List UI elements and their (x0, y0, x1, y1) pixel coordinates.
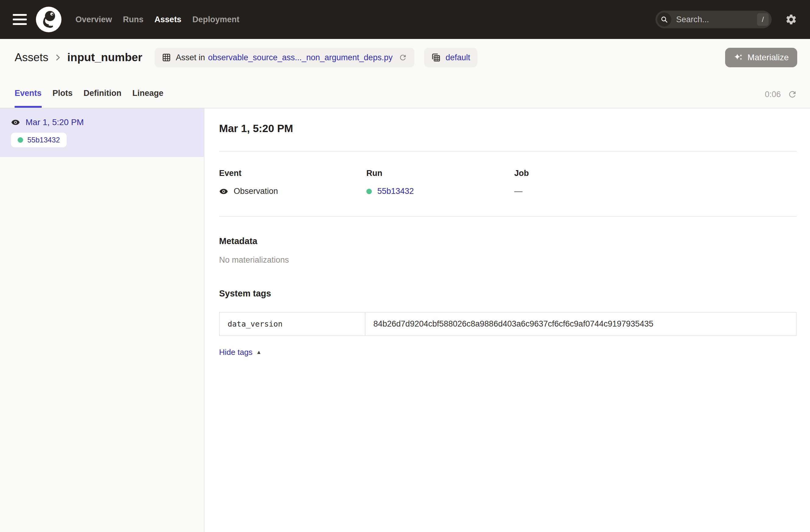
tag-value-cell: 84b26d7d9204cbf588026c8a9886d403a6c9637c… (366, 312, 796, 335)
run-id-link[interactable]: 55b13432 (377, 187, 414, 196)
code-location-label: default (446, 53, 470, 62)
nav-item-deployment[interactable]: Deployment (192, 15, 240, 25)
event-column: Event Observation (219, 168, 366, 196)
run-id-label: 55b13432 (27, 136, 60, 144)
search-icon (657, 13, 671, 27)
search-shortcut-badge: / (757, 13, 768, 26)
primary-nav: Overview Runs Assets Deployment (76, 15, 240, 25)
metadata-empty-text: No materializations (219, 255, 797, 265)
asset-pill-prefix: Asset in (176, 53, 205, 62)
run-status-dot (18, 137, 23, 143)
tab-events[interactable]: Events (15, 88, 42, 108)
menu-icon[interactable] (13, 14, 27, 25)
event-column-label: Event (219, 168, 366, 178)
search-input[interactable] (676, 15, 757, 25)
code-location-pill[interactable]: default (424, 48, 477, 67)
materialize-label: Materialize (748, 53, 789, 62)
settings-gear-icon[interactable] (785, 13, 797, 26)
metadata-heading: Metadata (219, 236, 797, 246)
divider (219, 216, 797, 217)
job-column-label: Job (514, 168, 797, 178)
eye-icon (11, 118, 20, 127)
materialize-button[interactable]: Materialize (725, 48, 797, 67)
hide-tags-link[interactable]: Hide tags ▲ (219, 348, 262, 357)
event-list-item[interactable]: Mar 1, 5:20 PM 55b13432 (0, 108, 204, 157)
dagster-logo-icon[interactable] (36, 7, 62, 32)
divider (219, 151, 797, 151)
refresh-icon[interactable] (788, 90, 797, 99)
run-status-dot (366, 189, 372, 194)
eye-icon (219, 187, 228, 196)
refresh-countdown: 0:06 (765, 90, 781, 99)
tab-lineage[interactable]: Lineage (132, 88, 163, 108)
tag-key-cell: data_version (220, 312, 366, 335)
table-grid-icon (162, 53, 171, 62)
event-list-sidebar: Mar 1, 5:20 PM 55b13432 (0, 108, 205, 532)
event-detail-title: Mar 1, 5:20 PM (219, 122, 797, 134)
sparkle-icon (734, 53, 743, 62)
event-detail-panel: Mar 1, 5:20 PM Event Observation (205, 108, 810, 532)
system-tags-heading: System tags (219, 289, 797, 299)
job-column: Job — (514, 168, 797, 196)
repo-icon (432, 53, 441, 62)
job-empty-value: — (514, 187, 522, 196)
event-type-value: Observation (234, 187, 278, 196)
reload-definition-icon[interactable] (399, 53, 407, 62)
tab-definition[interactable]: Definition (84, 88, 122, 108)
nav-item-overview[interactable]: Overview (76, 15, 112, 25)
chevron-right-icon (53, 53, 62, 62)
nav-item-runs[interactable]: Runs (123, 15, 144, 25)
asset-name: input_number (67, 51, 142, 64)
nav-item-assets[interactable]: Assets (155, 15, 182, 25)
tab-bar: Events Plots Definition Lineage 0:06 (0, 76, 810, 108)
run-chip[interactable]: 55b13432 (11, 133, 67, 147)
asset-header: Assets input_number Asset in observable_… (0, 39, 810, 76)
table-row: data_version 84b26d7d9204cbf588026c8a988… (220, 312, 796, 335)
run-column: Run 55b13432 (366, 168, 514, 196)
hide-tags-label: Hide tags (219, 348, 253, 357)
caret-up-icon: ▲ (256, 349, 262, 355)
system-tags-table: data_version 84b26d7d9204cbf588026c8a988… (219, 312, 797, 336)
top-nav: Overview Runs Assets Deployment / (0, 0, 810, 39)
asset-definition-link[interactable]: observable_source_ass..._non_argument_de… (208, 53, 392, 62)
breadcrumb-assets-link[interactable]: Assets (15, 51, 48, 64)
tab-plots[interactable]: Plots (53, 88, 73, 108)
search-box[interactable]: / (655, 11, 772, 28)
event-timestamp: Mar 1, 5:20 PM (26, 117, 84, 127)
run-column-label: Run (366, 168, 514, 178)
asset-definition-pill: Asset in observable_source_ass..._non_ar… (155, 48, 415, 67)
